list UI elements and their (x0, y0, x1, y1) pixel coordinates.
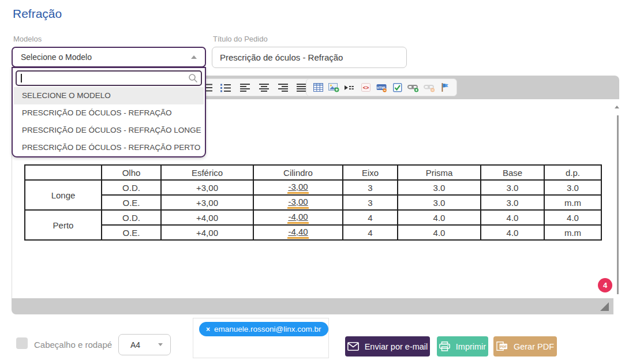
print-label: Imprimir (456, 342, 486, 351)
header-cell[interactable]: Base (481, 165, 544, 180)
dropdown-option[interactable]: PRESCRIÇÃO DE ÓCULOS - REFRAÇÃO LONGE (14, 122, 204, 139)
header-cell[interactable]: Esférico (161, 165, 253, 180)
editor-statusbar (12, 298, 613, 314)
dropdown-option[interactable]: PRESCRIÇÃO DE ÓCULOS - REFRAÇÃO (14, 104, 204, 122)
table-row: Longe O.D. +3,00 -3,00 3 3.0 3.0 3.0 (25, 180, 601, 195)
cell-eixo[interactable]: 3 (343, 195, 398, 210)
flag-icon[interactable] (437, 80, 452, 95)
modelos-label: Modelos (13, 35, 42, 43)
header-cell[interactable] (25, 165, 102, 180)
svg-text:PDF: PDF (500, 345, 507, 348)
table-row: O.E. +3,00 -3,00 3 3.0 3.0 m.m (25, 195, 601, 210)
table-row: O.E. +4,00 -4,40 4 4.0 4.0 m.m (25, 225, 601, 240)
header-cell[interactable]: Cilindro (253, 165, 343, 180)
cell-olho[interactable]: O.D. (102, 210, 161, 225)
align-right-icon[interactable] (275, 80, 290, 95)
cell-cilindro[interactable]: -3,00 (253, 195, 343, 210)
table-header-row: Olho Esférico Cilindro Eixo Prisma Base … (25, 165, 601, 180)
cell-prisma[interactable]: 4.0 (398, 225, 481, 240)
send-email-label: Enviar por e-mail (365, 342, 428, 351)
refracao-page: Refração Modelos Selecione o Modelo SELE… (0, 0, 640, 364)
vertical-scrollbar[interactable] (617, 115, 619, 294)
cell-prisma[interactable]: 4.0 (398, 210, 481, 225)
checkbox-icon[interactable] (390, 80, 405, 95)
source-code-icon[interactable]: <> (358, 80, 373, 95)
page-break-icon[interactable] (342, 80, 357, 95)
cell-esferico[interactable]: +4,00 (161, 210, 253, 225)
modelos-dropdown: SELECIONE O MODELO PRESCRIÇÃO DE ÓCULOS … (12, 67, 206, 157)
dropdown-option[interactable]: PRESCRIÇÃO DE ÓCULOS - REFRAÇÃO PERTO (14, 139, 204, 156)
header-footer-checkbox[interactable] (16, 337, 28, 349)
modelos-select-value: Selecione o Modelo (21, 52, 92, 62)
cell-prisma[interactable]: 3.0 (398, 180, 481, 195)
cell-eixo[interactable]: 4 (343, 225, 398, 240)
header-cell[interactable]: d.p. (544, 165, 601, 180)
close-icon[interactable]: × (206, 326, 210, 333)
cell-esferico[interactable]: +3,00 (161, 195, 253, 210)
header-cell[interactable]: Prisma (398, 165, 481, 180)
paper-size-select[interactable]: A4 (118, 334, 171, 355)
header-cell[interactable]: Eixo (343, 165, 398, 180)
titulo-label: Título do Pedido (213, 35, 268, 43)
cell-group-label[interactable]: Perto (25, 210, 102, 240)
email-chip[interactable]: × emanuele.rossoni@linx.com.br (199, 322, 328, 336)
page-title: Refração (13, 7, 62, 21)
svg-text:<>: <> (362, 85, 369, 91)
table-row: Perto O.D. +4,00 -4,00 4 4.0 4.0 4.0 (25, 210, 601, 225)
send-email-button[interactable]: Enviar por e-mail (345, 336, 430, 357)
cell-base[interactable]: 4.0 (481, 225, 544, 240)
generate-pdf-button[interactable]: PDF Gerar PDF (493, 336, 557, 357)
cell-base[interactable]: 3.0 (481, 195, 544, 210)
notification-badge: 4 (598, 278, 612, 292)
print-button[interactable]: Imprimir (437, 336, 488, 357)
cell-dp[interactable]: m.m (544, 195, 601, 210)
modelos-select[interactable]: Selecione o Modelo (12, 47, 206, 67)
cell-olho[interactable]: O.E. (102, 195, 161, 210)
cell-group-label[interactable]: Longe (25, 180, 102, 210)
dropdown-option[interactable]: SELECIONE O MODELO (14, 87, 204, 104)
align-center-icon[interactable] (256, 80, 271, 95)
text-cursor (21, 74, 22, 82)
cell-eixo[interactable]: 4 (343, 210, 398, 225)
titulo-input[interactable] (212, 47, 407, 68)
email-chip-text: emanuele.rossoni@linx.com.br (214, 325, 321, 333)
cell-eixo[interactable]: 3 (343, 180, 398, 195)
clean-html-icon[interactable]: HTML (374, 80, 389, 95)
insert-table-icon[interactable] (310, 80, 325, 95)
cell-cilindro[interactable]: -4,40 (253, 225, 343, 240)
paper-size-value: A4 (130, 340, 140, 350)
insert-link-icon[interactable] (406, 80, 421, 95)
cell-olho[interactable]: O.E. (102, 225, 161, 240)
email-recipients-field[interactable]: × emanuele.rossoni@linx.com.br (193, 318, 329, 358)
pdf-icon: PDF (496, 342, 508, 351)
pdf-label: Gerar PDF (514, 342, 554, 351)
unordered-list-icon[interactable] (219, 80, 234, 95)
cell-olho[interactable]: O.D. (102, 180, 161, 195)
prescription-table: Olho Esférico Cilindro Eixo Prisma Base … (24, 164, 602, 241)
chevron-down-icon (158, 343, 163, 346)
scroll-up-icon[interactable] (615, 106, 619, 108)
cell-dp[interactable]: 3.0 (544, 180, 601, 195)
header-footer-label: Cabeçalho e rodapé (34, 340, 112, 350)
remove-link-icon[interactable] (422, 80, 437, 95)
cell-dp[interactable]: 4.0 (544, 210, 601, 225)
cell-esferico[interactable]: +4,00 (161, 225, 253, 240)
cell-dp[interactable]: m.m (544, 225, 601, 240)
cell-cilindro[interactable]: -4,00 (253, 210, 343, 225)
cell-esferico[interactable]: +3,00 (161, 180, 253, 195)
resize-handle-icon[interactable] (600, 302, 609, 311)
toolbar-group-format: 123 (195, 78, 314, 96)
cell-base[interactable]: 3.0 (481, 180, 544, 195)
header-cell[interactable]: Olho (102, 165, 161, 180)
insert-image-icon[interactable] (327, 80, 342, 95)
envelope-icon (347, 342, 359, 351)
align-left-icon[interactable] (238, 80, 253, 95)
cell-prisma[interactable]: 3.0 (398, 195, 481, 210)
model-search-input[interactable] (16, 70, 202, 86)
search-icon (188, 73, 198, 83)
cell-cilindro[interactable]: -3,00 (253, 180, 343, 195)
cell-base[interactable]: 4.0 (481, 210, 544, 225)
printer-icon (439, 342, 450, 351)
chevron-up-icon (191, 55, 197, 59)
toolbar-group-insert: <> HTML (306, 78, 457, 96)
